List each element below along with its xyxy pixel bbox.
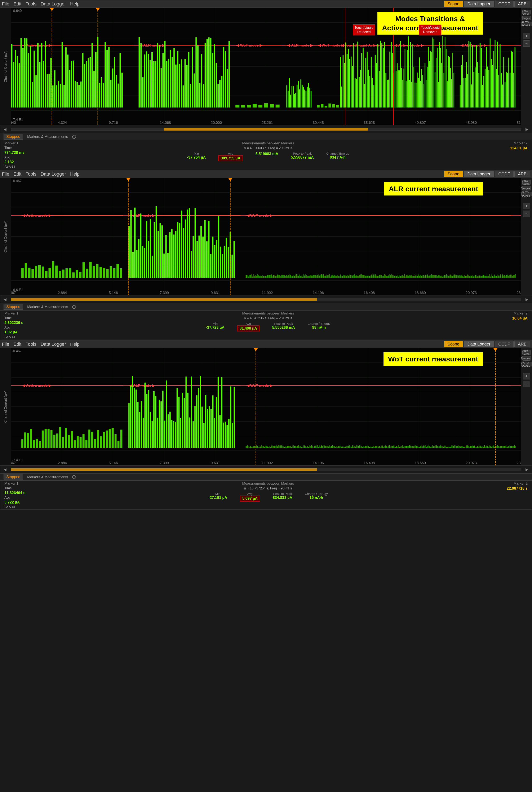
scroll-right-2[interactable]: ▶ xyxy=(526,297,529,302)
menu-help-1[interactable]: Help xyxy=(70,1,80,7)
meas-ptp-label-1: Peak to Peak xyxy=(293,152,312,155)
auto-scale-btn-1[interactable]: AUTO SCALE xyxy=(521,22,532,26)
menu-datalogger-3[interactable]: Data Logger xyxy=(41,341,66,347)
menu-edit-3[interactable]: Edit xyxy=(14,341,21,347)
scroll-left-2[interactable]: ◀ xyxy=(3,297,6,302)
meas-ptp-label-3: Peak to Peak xyxy=(273,492,292,495)
marker1-avg-label-3: Avg xyxy=(4,496,46,499)
scroll-left-3[interactable]: ◀ xyxy=(3,467,6,472)
right-controls-1: Auto Scroll Ranges... AUTO SCALE + − xyxy=(521,8,532,125)
chart-title-2: ALR current measurement xyxy=(384,182,483,196)
auto-scale-btn-3[interactable]: AUTO SCALE xyxy=(521,362,532,366)
markers-toggle-1[interactable] xyxy=(72,135,76,139)
zoom-in-btn-3[interactable]: + xyxy=(523,373,530,379)
scope-display-3: WoT current measurement xyxy=(11,348,521,465)
menu-bar-1: File Edit Tools Data Logger Help Scope D… xyxy=(0,0,532,8)
meas-avg-val-3: 5.097 µA xyxy=(240,495,260,502)
scroll-left-1[interactable]: ◀ xyxy=(3,127,6,132)
scope-display-1: Modes Transitions & Active current measu… xyxy=(11,8,521,125)
menu-tools-1[interactable]: Tools xyxy=(25,1,36,7)
tab-ccdf-2[interactable]: CCDF xyxy=(495,171,514,177)
marker2-label-3: Marker 2 xyxy=(514,482,528,486)
meas-between-label-2: Measurements between Markers xyxy=(57,312,479,316)
ranges-btn-1[interactable]: Ranges... xyxy=(522,16,531,20)
measurement-section-3: Marker 1 Time 11.326464 s Avg 3.722 µA F… xyxy=(0,480,532,509)
marker1-source-2: F2-A-13 xyxy=(4,335,46,338)
zoom-out-btn-3[interactable]: − xyxy=(523,381,530,387)
tab-ccdf-1[interactable]: CCDF xyxy=(495,1,514,7)
auto-scroll-btn-3[interactable]: Auto Scroll xyxy=(522,350,531,355)
marker1-time-val-3: 11.326464 s xyxy=(4,491,46,495)
meas-freq-val-1: 5.519083 mA xyxy=(255,152,278,156)
meas-between-label-3: Measurements between Markers xyxy=(57,482,479,486)
markers-toggle-2[interactable] xyxy=(72,305,76,309)
ranges-btn-2[interactable]: Ranges... xyxy=(522,186,531,190)
scroll-right-3[interactable]: ▶ xyxy=(526,467,529,472)
menu-bar-2: File Edit Tools Data Logger Help Scope D… xyxy=(0,170,532,178)
tab-scope-2[interactable]: Scope xyxy=(444,171,463,177)
menu-help-2[interactable]: Help xyxy=(70,171,80,177)
menu-file-1[interactable]: File xyxy=(2,1,9,7)
menu-help-3[interactable]: Help xyxy=(70,341,80,347)
tab-scope-3[interactable]: Scope xyxy=(444,341,463,347)
tab-arb-2[interactable]: ARB xyxy=(514,171,530,177)
menu-tools-2[interactable]: Tools xyxy=(25,171,36,177)
bottom-controls-2: ◀ ▶ xyxy=(0,295,532,303)
menu-datalogger-1[interactable]: Data Logger xyxy=(41,1,66,7)
x-scrollbar-1[interactable] xyxy=(11,128,521,131)
markers-toggle-3[interactable] xyxy=(72,475,76,479)
meas-ptp-val-1: 5.556877 mA xyxy=(291,155,314,160)
right-controls-2: Auto Scroll Ranges... AUTO SCALE + − xyxy=(521,178,532,295)
marker2-val-3: 22.067718 s xyxy=(507,486,528,491)
ranges-btn-3[interactable]: Ranges... xyxy=(522,356,531,361)
x-scrollbar-2[interactable] xyxy=(11,298,521,301)
meas-avg-label-1: Avg xyxy=(228,152,233,155)
channel-label-1: Channel Current (µA) xyxy=(4,51,7,82)
menu-edit-1[interactable]: Edit xyxy=(14,1,21,7)
scope-display-2: ALR current measurement xyxy=(11,178,521,295)
auto-scroll-btn-1[interactable]: Auto Scroll xyxy=(522,10,531,15)
marker1-avg-val-2: 1.92 µA xyxy=(4,330,46,334)
menu-bar-3: File Edit Tools Data Logger Help Scope D… xyxy=(0,340,532,348)
menu-edit-2[interactable]: Edit xyxy=(14,171,21,177)
annotation-touch-removed-1: Touch/LiquidRemoved xyxy=(419,24,441,35)
menu-file-3[interactable]: File xyxy=(2,341,9,347)
marker1-time-val-2: 5.302236 s xyxy=(4,321,46,325)
auto-scale-btn-2[interactable]: AUTO SCALE xyxy=(521,192,532,196)
zoom-in-btn-2[interactable]: + xyxy=(523,203,530,209)
meas-charge-val-2: 98 nA·h xyxy=(312,325,326,330)
bottom-controls-3: ◀ ▶ xyxy=(0,465,532,473)
panel-1: File Edit Tools Data Logger Help Scope D… xyxy=(0,0,532,169)
zoom-out-btn-2[interactable]: − xyxy=(523,211,530,217)
meas-charge-val-1: 934 nA·h xyxy=(330,155,346,160)
menu-datalogger-2[interactable]: Data Logger xyxy=(41,171,66,177)
status-stopped-2: Stopped xyxy=(3,304,23,310)
marker1-time-label-3: Time xyxy=(4,486,46,490)
marker2-val-1: 124.01 µA xyxy=(510,146,528,150)
tab-datalogger-1[interactable]: Data Logger xyxy=(464,1,494,7)
zoom-in-btn-1[interactable]: + xyxy=(523,33,530,39)
channel-label-2: Channel Current (µA) xyxy=(4,221,7,252)
auto-scroll-btn-2[interactable]: Auto Scroll xyxy=(522,180,531,185)
tab-scope-1[interactable]: Scope xyxy=(444,1,463,7)
tab-arb-1[interactable]: ARB xyxy=(514,1,530,7)
marker1-time-val-1: 774.738 ms xyxy=(4,150,46,155)
tab-ccdf-3[interactable]: CCDF xyxy=(495,341,514,347)
zoom-out-btn-1[interactable]: − xyxy=(523,40,530,47)
menu-tools-3[interactable]: Tools xyxy=(25,341,36,347)
x-scrollbar-3[interactable] xyxy=(11,468,521,471)
meas-min-val-3: -27.191 µA xyxy=(208,495,227,500)
marker1-source-1: F2-A-13 xyxy=(4,165,46,168)
marker1-time-label-1: Time xyxy=(4,146,46,150)
tab-datalogger-3[interactable]: Data Logger xyxy=(464,341,494,347)
meas-charge-val-3: 15 nA·h xyxy=(309,495,323,500)
marker1-label-1: Marker 1 xyxy=(4,141,46,146)
menu-file-2[interactable]: File xyxy=(2,171,9,177)
meas-min-val-1: -37.754 µA xyxy=(187,155,206,160)
tab-arb-3[interactable]: ARB xyxy=(514,341,530,347)
tab-datalogger-2[interactable]: Data Logger xyxy=(464,171,494,177)
annotation-touch-detected-1: Touch/LiquidDetected xyxy=(353,24,375,35)
markers-label-3: Markers & Measurements xyxy=(27,475,68,479)
scroll-right-1[interactable]: ▶ xyxy=(526,127,529,132)
meas-avg-label-2: Avg xyxy=(246,322,251,325)
